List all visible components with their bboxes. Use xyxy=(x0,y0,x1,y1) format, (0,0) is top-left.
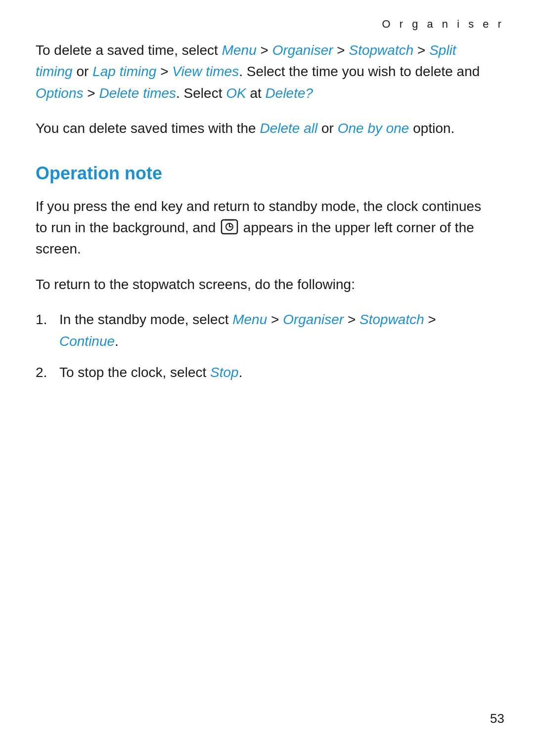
background-clock-paragraph: If you press the end key and return to s… xyxy=(36,196,485,260)
step-2-content: To stop the clock, select Stop. xyxy=(59,362,242,383)
delete-times-link: Delete times xyxy=(99,85,176,101)
step-2-number: 2. xyxy=(36,362,59,383)
stopwatch-link-1: Stopwatch xyxy=(349,42,413,58)
lap-timing-link: Lap timing xyxy=(92,64,156,79)
options-link-1: Options xyxy=(36,85,84,101)
menu-link-2: Menu xyxy=(232,312,267,327)
menu-link-1: Menu xyxy=(222,42,257,58)
stopwatch-link-2: Stopwatch xyxy=(359,312,424,327)
step-1-number: 1. xyxy=(36,309,59,330)
delete-all-intro: You can delete saved times with the xyxy=(36,121,260,136)
delete-question-link: Delete? xyxy=(266,85,313,101)
operation-note-heading: Operation note xyxy=(36,163,485,184)
delete-all-link: Delete all xyxy=(260,121,317,136)
view-times-link: View times xyxy=(172,64,239,79)
ok-link: OK xyxy=(226,85,246,101)
one-by-one-link: One by one xyxy=(338,121,409,136)
step-1-content: In the standby mode, select Menu > Organ… xyxy=(59,309,485,352)
delete-time-intro: To delete a saved time, select xyxy=(36,42,222,58)
organiser-link-2: Organiser xyxy=(283,312,344,327)
page-number: 53 xyxy=(490,711,504,726)
steps-list: 1. In the standby mode, select Menu > Or… xyxy=(36,309,485,383)
organiser-link-1: Organiser xyxy=(272,42,333,58)
continue-link: Continue xyxy=(59,334,115,349)
stop-link: Stop xyxy=(210,365,239,380)
page-header: O r g a n i s e r xyxy=(382,18,505,31)
delete-all-paragraph: You can delete saved times with the Dele… xyxy=(36,118,485,139)
step-1: 1. In the standby mode, select Menu > Or… xyxy=(36,309,485,352)
delete-time-paragraph: To delete a saved time, select Menu > Or… xyxy=(36,40,485,104)
step-2: 2. To stop the clock, select Stop. xyxy=(36,362,485,383)
return-stopwatch-paragraph: To return to the stopwatch screens, do t… xyxy=(36,274,485,295)
stopwatch-indicator-icon xyxy=(221,219,238,237)
